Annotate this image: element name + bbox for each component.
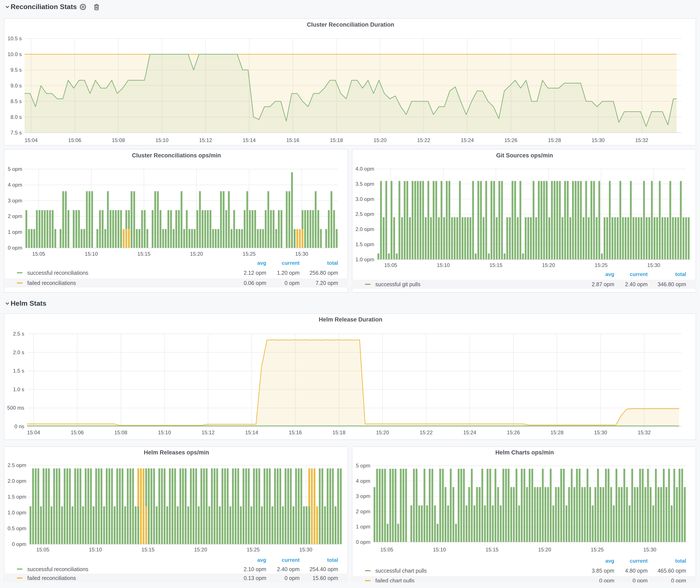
svg-text:0.13 opm: 0.13 opm <box>244 575 266 581</box>
svg-text:15:06: 15:06 <box>68 137 81 143</box>
svg-text:15:15: 15:15 <box>489 262 502 268</box>
svg-text:15:25: 15:25 <box>247 546 260 552</box>
svg-text:1.5 opm: 1.5 opm <box>7 494 26 499</box>
svg-text:3 opm: 3 opm <box>356 493 370 499</box>
svg-text:3 opm: 3 opm <box>8 198 22 204</box>
svg-text:failed reconciliations: failed reconciliations <box>27 575 76 581</box>
svg-text:total: total <box>675 271 686 277</box>
svg-text:9.5 s: 9.5 s <box>10 67 21 73</box>
svg-text:15:28: 15:28 <box>550 429 563 435</box>
svg-text:15:10: 15:10 <box>158 429 171 435</box>
svg-text:current: current <box>629 271 647 277</box>
svg-text:254.40 opm: 254.40 opm <box>309 566 338 572</box>
svg-text:failed reconciliations: failed reconciliations <box>27 280 76 286</box>
svg-text:Helm Charts ops/min: Helm Charts ops/min <box>495 449 553 456</box>
svg-text:10.5 s: 10.5 s <box>7 35 21 41</box>
svg-text:0.5 opm: 0.5 opm <box>7 525 26 531</box>
svg-text:2.40 opm: 2.40 opm <box>625 281 647 287</box>
svg-text:15:28: 15:28 <box>548 137 561 143</box>
svg-text:Cluster Reconciliations ops/mi: Cluster Reconciliations ops/min <box>132 152 221 159</box>
svg-text:15:32: 15:32 <box>637 429 650 435</box>
svg-text:0 ns: 0 ns <box>14 423 24 429</box>
svg-text:3.85 opm: 3.85 opm <box>592 567 614 573</box>
svg-text:total: total <box>327 260 338 266</box>
svg-text:0 opm: 0 opm <box>12 541 26 547</box>
svg-text:15:14: 15:14 <box>242 137 255 143</box>
svg-text:failed chart pulls: failed chart pulls <box>375 577 414 582</box>
svg-text:10.0 s: 10.0 s <box>7 51 21 57</box>
svg-text:3.0 opm: 3.0 opm <box>355 196 374 202</box>
svg-text:1.20 opm: 1.20 opm <box>277 270 299 276</box>
svg-text:15:20: 15:20 <box>190 251 203 257</box>
svg-text:15:10: 15:10 <box>155 137 168 143</box>
svg-text:7.5 s: 7.5 s <box>10 129 21 135</box>
svg-text:15:10: 15:10 <box>85 251 98 257</box>
svg-text:current: current <box>629 558 647 564</box>
svg-text:15:26: 15:26 <box>507 429 520 435</box>
svg-text:4 opm: 4 opm <box>8 182 22 188</box>
svg-text:0.06 opm: 0.06 opm <box>244 280 266 286</box>
svg-text:2 opm: 2 opm <box>356 508 370 514</box>
svg-text:0 opm: 0 opm <box>284 575 299 581</box>
svg-text:15:26: 15:26 <box>504 137 517 143</box>
svg-text:15:12: 15:12 <box>199 137 212 143</box>
svg-text:15:08: 15:08 <box>112 137 125 143</box>
svg-text:7.20 opm: 7.20 opm <box>315 280 338 286</box>
svg-text:15:15: 15:15 <box>485 546 498 552</box>
svg-text:15:30: 15:30 <box>643 546 656 552</box>
svg-text:15:22: 15:22 <box>417 137 430 143</box>
svg-text:current: current <box>281 260 299 266</box>
svg-text:15:25: 15:25 <box>590 546 603 552</box>
svg-text:15:18: 15:18 <box>330 137 343 143</box>
svg-text:0 opm: 0 opm <box>599 577 614 582</box>
svg-text:8.5 s: 8.5 s <box>10 98 21 104</box>
svg-text:15:05: 15:05 <box>384 262 397 268</box>
svg-text:15:04: 15:04 <box>27 429 40 435</box>
svg-text:15:22: 15:22 <box>419 429 432 435</box>
svg-text:Cluster Reconciliation Duratio: Cluster Reconciliation Duration <box>307 21 394 28</box>
svg-text:15:06: 15:06 <box>71 429 84 435</box>
svg-text:2.40 opm: 2.40 opm <box>277 566 299 572</box>
svg-text:0 opm: 0 opm <box>8 245 22 251</box>
svg-text:avg: avg <box>605 558 614 564</box>
svg-text:15:30: 15:30 <box>647 262 660 268</box>
svg-text:current: current <box>281 557 299 563</box>
svg-text:1.5 s: 1.5 s <box>13 368 24 373</box>
svg-text:2.0 opm: 2.0 opm <box>355 226 374 232</box>
svg-text:15:10: 15:10 <box>433 546 446 552</box>
svg-text:15:04: 15:04 <box>24 137 37 143</box>
svg-text:15:20: 15:20 <box>542 262 555 268</box>
svg-text:0 opm: 0 opm <box>671 577 686 582</box>
svg-text:2.5 s: 2.5 s <box>13 331 24 336</box>
svg-text:15:30: 15:30 <box>299 546 312 552</box>
svg-text:15:30: 15:30 <box>594 429 607 435</box>
svg-text:4.80 opm: 4.80 opm <box>625 567 647 573</box>
svg-text:2.5 opm: 2.5 opm <box>7 462 26 468</box>
svg-text:0 opm: 0 opm <box>356 539 370 545</box>
svg-text:500 ms: 500 ms <box>7 405 24 410</box>
svg-text:15:20: 15:20 <box>376 429 389 435</box>
svg-text:2.12 opm: 2.12 opm <box>244 270 266 276</box>
svg-text:1.0 s: 1.0 s <box>13 386 24 392</box>
svg-text:2.5 opm: 2.5 opm <box>355 211 374 217</box>
svg-text:15:12: 15:12 <box>201 429 214 435</box>
svg-text:4 opm: 4 opm <box>356 478 370 484</box>
svg-text:15:14: 15:14 <box>245 429 258 435</box>
svg-text:15:15: 15:15 <box>141 546 154 552</box>
svg-text:15:25: 15:25 <box>242 251 255 257</box>
svg-text:successful reconciliations: successful reconciliations <box>27 270 88 276</box>
svg-text:8.0 s: 8.0 s <box>10 114 21 120</box>
svg-text:15:24: 15:24 <box>463 429 476 435</box>
svg-text:0 opm: 0 opm <box>284 280 299 286</box>
svg-text:total: total <box>675 558 686 564</box>
svg-text:15:20: 15:20 <box>194 546 207 552</box>
svg-text:avg: avg <box>257 260 266 266</box>
svg-text:avg: avg <box>257 557 266 563</box>
svg-text:2.87 opm: 2.87 opm <box>592 281 614 287</box>
svg-text:0 opm: 0 opm <box>632 577 647 582</box>
svg-text:15:32: 15:32 <box>635 137 648 143</box>
svg-text:15:20: 15:20 <box>373 137 386 143</box>
svg-text:15.60 opm: 15.60 opm <box>312 575 338 581</box>
svg-text:1.5 opm: 1.5 opm <box>355 241 374 247</box>
svg-text:346.80 opm: 346.80 opm <box>657 281 686 287</box>
